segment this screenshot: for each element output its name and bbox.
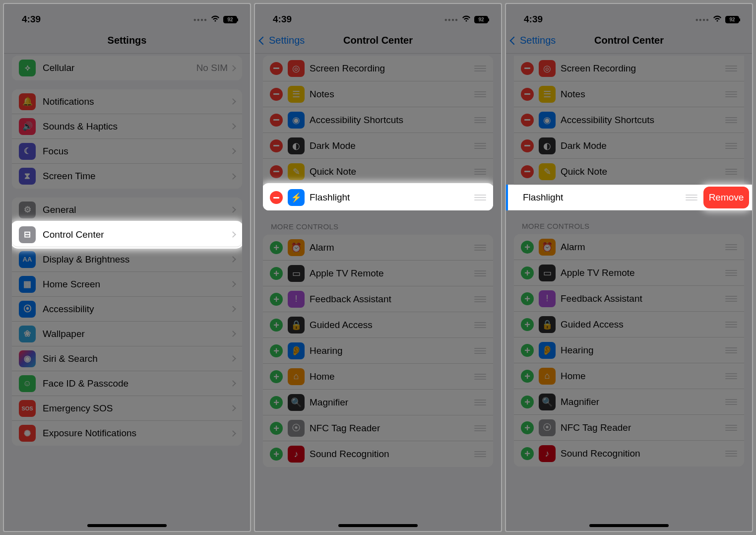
cc-row-feedback-assistant[interactable]: !Feedback Assistant	[263, 286, 493, 312]
row-focus[interactable]: ☾Focus	[12, 139, 242, 164]
add-button[interactable]	[270, 241, 283, 254]
add-button[interactable]	[521, 447, 534, 460]
drag-handle-icon[interactable]	[725, 270, 737, 276]
add-button[interactable]	[521, 396, 534, 408]
add-button[interactable]	[521, 421, 534, 434]
drag-handle-icon[interactable]	[474, 195, 486, 201]
remove-confirm-button[interactable]: Remove	[703, 187, 749, 208]
row-exposure-notifications[interactable]: ✺Exposure Notifications	[12, 421, 242, 446]
cc-row-home[interactable]: ⌂Home	[514, 363, 744, 389]
drag-handle-icon[interactable]	[474, 322, 486, 328]
drag-handle-icon[interactable]	[725, 244, 737, 250]
drag-handle-icon[interactable]	[474, 270, 486, 276]
cc-row-dark-mode[interactable]: ◐Dark Mode	[514, 133, 744, 159]
home-indicator[interactable]	[589, 524, 669, 527]
cc-row-alarm[interactable]: ⏰Alarm	[263, 235, 493, 261]
add-button[interactable]	[270, 396, 283, 409]
control-center-scroll[interactable]: ◎Screen Recording☰Notes◉Accessibility Sh…	[255, 54, 501, 531]
remove-button[interactable]	[521, 88, 534, 101]
cc-row-dark-mode[interactable]: ◐Dark Mode	[263, 133, 493, 159]
cc-row-apple-tv-remote[interactable]: ▭Apple TV Remote	[514, 260, 744, 286]
drag-handle-icon[interactable]	[725, 143, 737, 149]
drag-handle-icon[interactable]	[725, 66, 737, 71]
add-button[interactable]	[521, 267, 534, 279]
drag-handle-icon[interactable]	[474, 245, 486, 251]
drag-handle-icon[interactable]	[474, 169, 486, 175]
remove-button[interactable]	[270, 165, 283, 178]
cc-row-hearing[interactable]: 👂Hearing	[263, 338, 493, 364]
remove-button[interactable]	[521, 139, 534, 152]
add-button[interactable]	[270, 267, 283, 280]
drag-handle-icon[interactable]	[474, 425, 486, 431]
drag-handle-icon[interactable]	[474, 374, 486, 380]
cc-row-accessibility-shortcuts[interactable]: ◉Accessibility Shortcuts	[263, 107, 493, 133]
cc-row-sound-recognition[interactable]: ♪Sound Recognition	[514, 441, 744, 467]
drag-handle-icon[interactable]	[474, 400, 486, 405]
back-button[interactable]: Settings	[511, 35, 556, 46]
home-indicator[interactable]	[87, 524, 167, 527]
cc-row-quick-note[interactable]: ✎Quick Note	[514, 159, 744, 185]
drag-handle-icon[interactable]	[474, 348, 486, 354]
row-notifications[interactable]: 🔔Notifications	[12, 89, 242, 114]
cc-row-guided-access[interactable]: 🔒Guided Access	[514, 312, 744, 337]
remove-button[interactable]	[521, 165, 534, 178]
drag-handle-icon[interactable]	[725, 399, 737, 405]
drag-handle-icon[interactable]	[725, 347, 737, 353]
control-center-scroll[interactable]: ◎Screen Recording☰Notes◉Accessibility Sh…	[506, 54, 752, 531]
row-sounds-haptics[interactable]: 🔊Sounds & Haptics	[12, 114, 242, 139]
cc-row-magnifier[interactable]: 🔍Magnifier	[514, 389, 744, 415]
add-button[interactable]	[270, 293, 283, 306]
cc-row-nfc-tag-reader[interactable]: ⦿NFC Tag Reader	[263, 415, 493, 441]
add-button[interactable]	[521, 344, 534, 357]
remove-button[interactable]	[270, 88, 283, 101]
settings-scroll[interactable]: ⟡ Cellular No SIM 🔔Notifications🔊Sounds …	[4, 54, 250, 531]
row-accessibility[interactable]: ⦿Accessibility	[12, 297, 242, 322]
row-home-screen[interactable]: ▦Home Screen	[12, 272, 242, 297]
remove-button[interactable]	[270, 191, 283, 204]
remove-button[interactable]	[521, 62, 534, 75]
remove-button[interactable]	[270, 62, 283, 75]
cc-row-magnifier[interactable]: 🔍Magnifier	[263, 390, 493, 415]
drag-handle-icon[interactable]	[474, 451, 486, 457]
drag-handle-icon[interactable]	[474, 66, 486, 71]
row-emergency-sos[interactable]: SOSEmergency SOS	[12, 396, 242, 421]
drag-handle-icon[interactable]	[725, 373, 737, 379]
back-button[interactable]: Settings	[260, 35, 305, 46]
row-control-center[interactable]: ⊟Control Center	[12, 222, 242, 247]
add-button[interactable]	[270, 448, 283, 461]
cc-row-accessibility-shortcuts[interactable]: ◉Accessibility Shortcuts	[514, 107, 744, 133]
row-cellular[interactable]: ⟡ Cellular No SIM	[12, 56, 242, 80]
remove-button[interactable]	[270, 139, 283, 152]
cc-row-flashlight[interactable]: ⚡Flashlight	[263, 185, 493, 210]
drag-handle-icon[interactable]	[725, 91, 737, 97]
row-general[interactable]: ⚙General	[12, 198, 242, 222]
drag-handle-icon[interactable]	[725, 296, 737, 302]
add-button[interactable]	[270, 319, 283, 332]
drag-handle-icon[interactable]	[725, 322, 737, 328]
cc-row-nfc-tag-reader[interactable]: ⦿NFC Tag Reader	[514, 415, 744, 441]
cc-row-alarm[interactable]: ⏰Alarm	[514, 234, 744, 260]
cc-row-apple-tv-remote[interactable]: ▭Apple TV Remote	[263, 261, 493, 286]
row-face-id-passcode[interactable]: ☺Face ID & Passcode	[12, 371, 242, 396]
add-button[interactable]	[521, 241, 534, 254]
add-button[interactable]	[521, 292, 534, 305]
drag-handle-icon[interactable]	[725, 169, 737, 175]
drag-handle-icon[interactable]	[725, 451, 737, 457]
cc-row-home[interactable]: ⌂Home	[263, 364, 493, 390]
cc-row-sound-recognition[interactable]: ♪Sound Recognition	[263, 441, 493, 467]
add-button[interactable]	[270, 344, 283, 357]
drag-handle-icon[interactable]	[725, 117, 737, 123]
cc-row-flashlight-swiped[interactable]: FlashlightRemove	[506, 185, 752, 210]
row-display-brightness[interactable]: AADisplay & Brightness	[12, 247, 242, 272]
row-screen-time[interactable]: ⧗Screen Time	[12, 164, 242, 189]
add-button[interactable]	[521, 318, 534, 331]
add-button[interactable]	[270, 370, 283, 383]
cc-row-guided-access[interactable]: 🔒Guided Access	[263, 312, 493, 338]
cc-row-quick-note[interactable]: ✎Quick Note	[263, 159, 493, 185]
add-button[interactable]	[521, 370, 534, 383]
drag-handle-icon[interactable]	[474, 91, 486, 97]
remove-button[interactable]	[270, 114, 283, 127]
drag-handle-icon[interactable]	[474, 143, 486, 149]
remove-button[interactable]	[521, 114, 534, 127]
drag-handle-icon[interactable]	[474, 117, 486, 123]
